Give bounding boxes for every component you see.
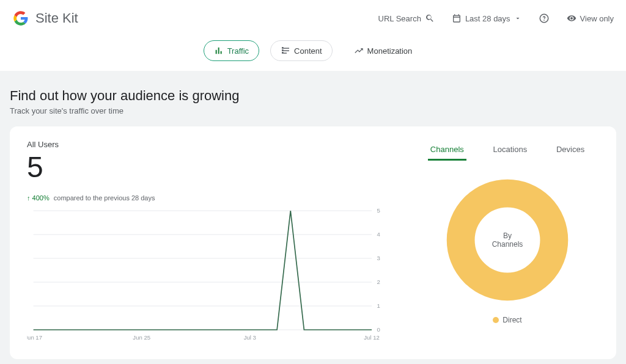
svg-text:2: 2	[377, 279, 380, 285]
line-chart: 012345Jun 17Jun 25Jul 3Jul 12	[27, 208, 391, 342]
top-bar: Site Kit URL Search Last 28 days View on…	[0, 0, 626, 37]
metric-column: All Users 5 ↑ 400% compared to the previ…	[27, 140, 391, 342]
brand-block: Site Kit	[12, 10, 78, 27]
metric-value: 5	[27, 153, 391, 182]
donut-center-label: By Channels	[492, 231, 523, 249]
donut-chart: By Channels	[416, 173, 599, 307]
view-only-indicator: View only	[567, 13, 614, 23]
view-only-label: View only	[580, 14, 614, 23]
tab-monetization[interactable]: Monetization	[344, 40, 423, 61]
content-icon	[281, 46, 290, 56]
url-search[interactable]: URL Search	[378, 13, 435, 23]
page-subtitle: Track your site's traffic over time	[10, 106, 616, 115]
search-icon	[425, 13, 435, 23]
help-icon	[539, 13, 550, 24]
trending-up-icon	[354, 46, 364, 56]
donut-center-line2: Channels	[492, 240, 523, 249]
traffic-card: All Users 5 ↑ 400% compared to the previ…	[10, 126, 616, 359]
pie-tab-locations[interactable]: Locations	[491, 140, 530, 161]
chevron-down-icon	[514, 15, 521, 22]
svg-text:Jul 12: Jul 12	[364, 335, 380, 341]
bar-chart-icon	[214, 46, 224, 56]
svg-text:0: 0	[377, 327, 380, 333]
tab-content[interactable]: Content	[270, 40, 333, 61]
metric-label: All Users	[27, 140, 391, 149]
date-range-label: Last 28 days	[465, 14, 510, 23]
url-search-label: URL Search	[378, 14, 421, 23]
svg-text:Jul 3: Jul 3	[244, 335, 256, 341]
metric-change: ↑ 400% compared to the previous 28 days	[27, 194, 391, 202]
pie-tab-devices[interactable]: Devices	[554, 140, 587, 161]
tab-traffic[interactable]: Traffic	[204, 40, 259, 61]
section-tabs: Traffic Content Monetization	[0, 37, 626, 71]
page-title: Find out how your audience is growing	[10, 88, 616, 104]
tab-traffic-label: Traffic	[227, 46, 249, 56]
google-g-logo-icon	[12, 10, 29, 27]
help-button[interactable]	[539, 13, 550, 24]
change-suffix: compared to the previous 28 days	[54, 194, 155, 202]
eye-icon	[567, 13, 576, 23]
date-range-selector[interactable]: Last 28 days	[452, 13, 521, 23]
page-header: Find out how your audience is growing Tr…	[0, 71, 626, 126]
svg-text:3: 3	[377, 255, 380, 261]
legend-swatch-direct	[493, 317, 499, 323]
tab-content-label: Content	[294, 46, 322, 56]
calendar-icon	[452, 13, 462, 23]
breakdown-tabs: Channels Locations Devices	[416, 140, 599, 161]
pie-tab-channels[interactable]: Channels	[428, 140, 466, 161]
breakdown-column: Channels Locations Devices By Channels D…	[416, 140, 599, 342]
donut-legend: Direct	[416, 316, 599, 324]
svg-text:Jun 17: Jun 17	[27, 335, 42, 341]
arrow-up-icon: ↑	[27, 194, 32, 202]
svg-text:1: 1	[377, 303, 380, 309]
brand-name: Site Kit	[35, 10, 78, 26]
legend-label-direct: Direct	[503, 316, 521, 324]
donut-center-line1: By	[492, 231, 523, 240]
top-bar-right: URL Search Last 28 days View only	[378, 13, 614, 24]
svg-text:4: 4	[377, 231, 380, 238]
tab-monetization-label: Monetization	[367, 46, 413, 56]
change-percent: 400%	[32, 194, 50, 202]
svg-text:Jun 25: Jun 25	[133, 335, 150, 341]
svg-text:5: 5	[377, 208, 380, 214]
